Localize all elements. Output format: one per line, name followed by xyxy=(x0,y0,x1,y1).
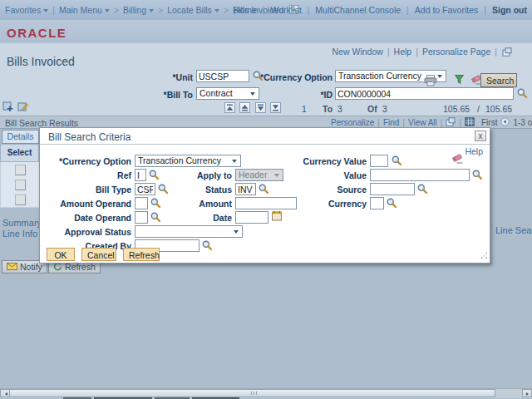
dialog-title: Bill Search Criteria xyxy=(48,131,131,143)
m-currency-lookup-icon[interactable] xyxy=(387,198,397,209)
m-clear-eraser-icon[interactable] xyxy=(451,153,463,165)
resize-handle[interactable] xyxy=(480,251,488,261)
m-bill-type-label: Bill Type xyxy=(42,185,131,195)
row-pager-to-label: To xyxy=(323,104,332,114)
row-select-checkbox[interactable] xyxy=(15,165,26,175)
breadcrumb-main-menu[interactable]: Main Menu xyxy=(59,5,110,15)
view-all-link[interactable]: View All xyxy=(408,118,437,127)
table-row xyxy=(0,192,40,208)
breadcrumb-locate-bills[interactable]: Locate Bills xyxy=(167,5,219,15)
breadcrumb-separator: > xyxy=(224,5,229,15)
separator: | xyxy=(459,118,461,127)
m-ref-input[interactable] xyxy=(135,169,146,181)
m-source-lookup-icon[interactable] xyxy=(417,184,428,195)
chevron-down-icon xyxy=(149,9,154,15)
m-amount-operand-input[interactable] xyxy=(135,197,148,209)
close-icon[interactable]: x xyxy=(475,131,486,141)
pager-prev-icon[interactable] xyxy=(500,117,510,128)
m-status-lookup-icon[interactable] xyxy=(259,184,269,195)
personalize-page-link[interactable]: Personalize Page xyxy=(422,47,490,57)
pager-first-label: First xyxy=(481,118,497,127)
pager-range: 1-3 of 3 xyxy=(513,118,532,127)
m-currency-value-lookup-icon[interactable] xyxy=(392,155,402,166)
refresh-button-modal[interactable]: Refresh xyxy=(123,248,160,261)
m-currency-value-label: Currency Value xyxy=(281,156,367,166)
bill-to-label: *Bill To xyxy=(108,90,193,100)
m-date-input[interactable] xyxy=(235,211,268,224)
m-apply-to-select: Header xyxy=(235,169,283,181)
m-created-by-lookup-icon[interactable] xyxy=(202,240,213,251)
add-to-favorites-link[interactable]: Add to Favorites xyxy=(415,5,478,15)
new-window-link[interactable]: New Window xyxy=(332,47,383,57)
row-select-checkbox[interactable] xyxy=(15,180,26,190)
scroll-to-bottom-icon[interactable] xyxy=(270,102,281,113)
m-currency-input[interactable] xyxy=(370,197,384,209)
cancel-button[interactable]: Cancel xyxy=(81,248,116,261)
m-value-lookup-icon[interactable] xyxy=(472,170,483,180)
row-pager-current: 1 xyxy=(302,104,307,114)
unit-label: *Unit xyxy=(108,72,193,82)
m-bill-type-input[interactable] xyxy=(135,183,155,195)
breadcrumb-separator: | xyxy=(52,5,55,15)
find-link[interactable]: Find xyxy=(383,118,399,127)
breadcrumb-favorites[interactable]: Favorites xyxy=(5,5,48,15)
filter-funnel-icon[interactable] xyxy=(455,75,464,86)
grid-edit-icon[interactable] xyxy=(17,101,28,114)
amount-total-separator: / xyxy=(477,104,480,114)
home-link[interactable]: Home xyxy=(234,5,257,15)
details-tab[interactable]: Details xyxy=(2,130,39,144)
m-amount-operand-label: Amount Operand xyxy=(42,199,131,209)
multichannel-console-link[interactable]: MultiChannel Console xyxy=(315,5,401,15)
m-value-input[interactable] xyxy=(370,169,470,181)
row-select-checkbox[interactable] xyxy=(15,195,26,205)
table-row xyxy=(0,177,40,193)
separator: | xyxy=(377,118,380,127)
sign-out-link[interactable]: Sign out xyxy=(492,5,527,15)
m-approval-status-select[interactable] xyxy=(135,225,243,238)
amount-total-left: 105.65 xyxy=(443,104,470,114)
chevron-down-icon xyxy=(214,9,219,15)
scroll-up-icon[interactable] xyxy=(239,102,250,113)
print-icon[interactable] xyxy=(424,75,437,88)
dialog-help-link[interactable]: Help xyxy=(465,146,483,156)
separator: | xyxy=(308,5,310,15)
m-source-input[interactable] xyxy=(370,183,415,195)
window-icon[interactable] xyxy=(502,47,512,58)
m-currency-value-input[interactable] xyxy=(370,155,388,167)
m-source-label: Source xyxy=(281,185,367,195)
summary-link[interactable]: Summary xyxy=(2,218,42,228)
m-ref-label: Ref xyxy=(42,170,131,180)
scroll-to-top-icon[interactable] xyxy=(224,102,235,113)
bill-search-criteria-dialog: Bill Search Criteria x Help *Currency Op… xyxy=(39,127,490,264)
scrollbar-thumb[interactable] xyxy=(9,389,495,397)
help-link[interactable]: Help xyxy=(394,47,412,57)
m-currency-label: Currency xyxy=(281,199,367,209)
m-amount-label: Amount xyxy=(156,199,232,209)
unit-input[interactable] xyxy=(196,70,249,82)
separator: | xyxy=(441,118,443,127)
breadcrumb-billing[interactable]: Billing xyxy=(123,5,154,15)
m-status-input[interactable] xyxy=(235,183,256,195)
line-search-link[interactable]: Line Search xyxy=(495,225,532,235)
m-currency-option-label: *Currency Option xyxy=(42,156,131,166)
separator: | xyxy=(263,5,265,15)
search-button[interactable]: Search xyxy=(480,73,517,87)
scroll-right-arrow[interactable] xyxy=(522,389,532,397)
worklist-link[interactable]: Worklist xyxy=(270,5,301,15)
title-divider xyxy=(40,144,490,145)
chevron-down-icon xyxy=(105,9,110,15)
chevron-down-icon xyxy=(43,9,48,15)
personalize-link[interactable]: Personalize xyxy=(331,118,374,127)
page-title: Bills Invoiced xyxy=(7,55,75,68)
select-column-header: Select xyxy=(0,144,39,162)
scroll-down-icon[interactable] xyxy=(255,102,266,113)
m-date-calendar-icon[interactable] xyxy=(272,210,282,223)
id-input[interactable] xyxy=(335,87,514,100)
grid-add-icon[interactable] xyxy=(2,101,13,114)
separator: | xyxy=(402,118,405,127)
m-currency-option-select[interactable]: Transaction Currency xyxy=(135,155,241,167)
m-date-operand-input[interactable] xyxy=(135,211,148,224)
m-status-label: Status xyxy=(156,185,232,195)
ok-button[interactable]: OK xyxy=(47,248,75,261)
id-lookup-icon[interactable] xyxy=(517,88,528,99)
